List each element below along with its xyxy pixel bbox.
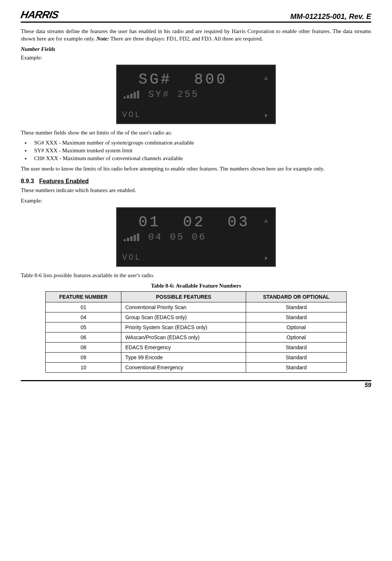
cell-feat: Conventional Priority Scan [121, 302, 246, 312]
page-footer: 59 [21, 380, 371, 389]
lcd1-line2: SY# 255 [148, 89, 270, 100]
arrow-right-icon [265, 256, 268, 260]
cell-feat: Type 99 Encode [121, 352, 246, 362]
brand-logo: HARRIS [20, 9, 59, 21]
cell-feat: Group Scan (EDACS only) [121, 312, 246, 322]
number-fields-heading: Number Fields [21, 46, 371, 53]
table-ref: Table 8-6 lists possible features availa… [21, 272, 371, 279]
list-item: SG# XXX - Maximum number of system/group… [30, 140, 371, 146]
signal-bars-icon [124, 233, 139, 241]
cell-num: 10 [46, 362, 121, 372]
th-feature-number: FEATURE NUMBER [46, 291, 121, 302]
table-row: 05 Priority System Scan (EDACS only) Opt… [46, 322, 347, 332]
cell-num: 04 [46, 312, 121, 322]
page-header: HARRIS MM-012125-001, Rev. E [21, 9, 371, 23]
list-item: CH# XXX - Maximum number of conventional… [30, 155, 371, 162]
cell-type: Standard [246, 362, 346, 372]
cell-num: 01 [46, 302, 121, 312]
table-caption: Table 8-6: Available Feature Numbers [21, 282, 371, 290]
section-title: Features Enabled [39, 178, 89, 184]
intro-paragraph: These data streams define the features t… [21, 28, 371, 43]
list-item: SY# XXX - Maximum trunked system limit [30, 147, 371, 154]
cell-type: Optional [246, 322, 346, 332]
th-possible-features: POSSIBLE FEATURES [121, 291, 246, 302]
section-number: 8.9.3 [21, 178, 34, 185]
example-label-2: Example: [21, 197, 371, 205]
lcd1-side-a: A [265, 76, 268, 82]
document-id: MM-012125-001, Rev. E [290, 12, 371, 21]
fe-intro: These numbers indicate which features ar… [21, 187, 371, 194]
th-standard-optional: STANDARD OR OPTIONAL [246, 291, 346, 302]
table-row: 04 Group Scan (EDACS only) Standard [46, 312, 347, 322]
arrow-right-icon [265, 114, 268, 117]
lcd2-side-a: A [265, 218, 268, 224]
radio-display-2: 01 02 03 04 05 06 VOL A [116, 207, 276, 267]
radio-display-1: SG# 800 SY# 255 VOL A [116, 65, 276, 124]
nf-bullet-list: SG# XXX - Maximum number of system/group… [30, 140, 371, 162]
signal-bars-icon [124, 91, 139, 98]
cell-feat: WAscan/ProScan (EDACS only) [121, 332, 246, 342]
nf-outro: The user needs to know the limits of his… [21, 165, 371, 173]
table-row: 10 Conventional Emergency Standard [46, 362, 347, 372]
lcd1-line1: SG# 800 [138, 71, 270, 88]
table-row: 01 Conventional Priority Scan Standard [46, 302, 347, 312]
cell-type: Standard [246, 312, 346, 322]
nf-intro: These number fields show the set limits … [21, 129, 371, 137]
cell-num: 09 [46, 352, 121, 362]
lcd2-line1: 01 02 03 [138, 214, 270, 231]
table-row: 09 Type 99 Encode Standard [46, 352, 347, 362]
cell-type: Standard [246, 302, 346, 312]
note-label: Note: [97, 36, 109, 42]
cell-type: Optional [246, 332, 346, 342]
table-row: 06 WAscan/ProScan (EDACS only) Optional [46, 332, 347, 342]
cell-feat: Conventional Emergency [121, 362, 246, 372]
cell-num: 08 [46, 342, 121, 352]
cell-feat: EDACS Emergency [121, 342, 246, 352]
lcd2-vol-label: VOL [122, 253, 141, 262]
note-rest: There are three displays: FD1, FD2, and … [109, 36, 263, 42]
feature-table: FEATURE NUMBER POSSIBLE FEATURES STANDAR… [45, 291, 347, 373]
lcd2-line2: 04 05 06 [148, 231, 270, 243]
cell-type: Standard [246, 352, 346, 362]
table-row: 08 EDACS Emergency Standard [46, 342, 347, 352]
cell-num: 06 [46, 332, 121, 342]
cell-feat: Priority System Scan (EDACS only) [121, 322, 246, 332]
cell-type: Standard [246, 342, 346, 352]
section-heading: 8.9.3Features Enabled [21, 178, 371, 185]
example-label-1: Example: [21, 54, 371, 62]
page-number: 59 [365, 382, 371, 388]
cell-num: 05 [46, 322, 121, 332]
lcd1-vol-label: VOL [122, 110, 141, 120]
